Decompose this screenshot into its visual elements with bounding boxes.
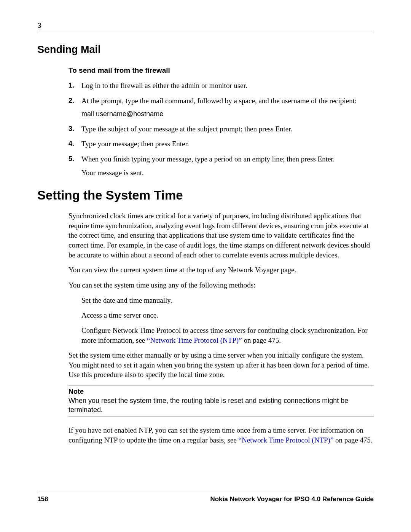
note-label: Note	[68, 388, 374, 396]
step-number: 3.	[68, 124, 74, 133]
paragraph: Set the system time either manually or b…	[68, 350, 374, 380]
chapter-number: 3	[37, 21, 374, 30]
subheading-to-send-mail: To send mail from the firewall	[68, 66, 374, 75]
footer-row: 158 Nokia Network Voyager for IPSO 4.0 R…	[37, 495, 374, 503]
paragraph: Synchronized clock times are critical fo…	[68, 211, 374, 260]
step-code: mail username@hostname	[81, 109, 374, 118]
paragraph: You can view the current system time at …	[68, 265, 374, 275]
step-text: Type your message; then press Enter.	[81, 140, 189, 148]
list-item: Configure Network Time Protocol to acces…	[81, 326, 374, 345]
step-number: 5.	[68, 154, 74, 163]
link-ntp-2[interactable]: “Network Time Protocol (NTP)”	[239, 436, 334, 444]
step-text: At the prompt, type the mail command, fo…	[81, 97, 357, 105]
step-3: 3. Type the subject of your message at t…	[68, 124, 374, 134]
note-text: When you reset the system time, the rout…	[68, 396, 374, 414]
paragraph-text-post: on page 475.	[333, 436, 372, 444]
step-5: 5. When you finish typing your message, …	[68, 154, 374, 177]
page-number: 158	[37, 495, 48, 503]
body-content: Synchronized clock times are critical fo…	[68, 211, 374, 445]
link-ntp[interactable]: “Network Time Protocol (NTP)”	[147, 336, 242, 344]
step-2: 2. At the prompt, type the mail command,…	[68, 96, 374, 119]
step-number: 2.	[68, 96, 74, 105]
methods-list: Set the date and time manually. Access a…	[81, 296, 374, 345]
step-1: 1. Log in to the firewall as either the …	[68, 81, 374, 91]
page-footer: 158 Nokia Network Voyager for IPSO 4.0 R…	[37, 493, 374, 503]
list-item: Set the date and time manually.	[81, 296, 374, 305]
step-followup: Your message is sent.	[81, 168, 374, 178]
paragraph: You can set the system time using any of…	[68, 280, 374, 290]
header-rule	[37, 33, 374, 33]
step-number: 4.	[68, 139, 74, 148]
heading-sending-mail: Sending Mail	[37, 44, 374, 56]
step-text: When you finish typing your message, typ…	[81, 155, 335, 163]
document-title: Nokia Network Voyager for IPSO 4.0 Refer…	[210, 495, 374, 503]
step-4: 4. Type your message; then press Enter.	[68, 139, 374, 149]
paragraph: If you have not enabled NTP, you can set…	[68, 425, 374, 445]
steps-list: 1. Log in to the firewall as either the …	[68, 81, 374, 177]
list-item: Access a time server once.	[81, 310, 374, 320]
note-rule-bottom	[68, 417, 374, 417]
note-rule-top	[68, 385, 374, 385]
list-item-text-post: on page 475.	[242, 336, 281, 344]
step-number: 1.	[68, 81, 74, 90]
step-text: Log in to the firewall as either the adm…	[81, 81, 247, 89]
heading-setting-system-time: Setting the System Time	[37, 188, 374, 203]
footer-rule	[37, 493, 374, 493]
step-text: Type the subject of your message at the …	[81, 125, 292, 133]
